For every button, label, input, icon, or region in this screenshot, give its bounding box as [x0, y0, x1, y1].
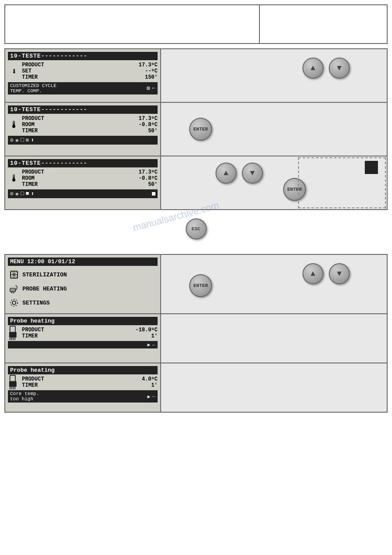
section1-data: ⬇ PRODUCT 17.3ºC SET --ºC TIMER 150' — [8, 62, 158, 80]
svg-point-10 — [12, 301, 16, 305]
menu-header: MENU 12:00 01/01/12 — [8, 258, 158, 266]
section2-timer-row: TIMER 50' — [22, 128, 158, 134]
probe1-play-icon: ▶ — [147, 342, 151, 348]
svg-rect-5 — [10, 288, 15, 292]
section2-controls: ENTER — [161, 103, 387, 156]
menu-item-sterilization: STERILIZATION — [8, 268, 158, 281]
section1-product-row: PRODUCT 17.3ºC — [22, 62, 158, 68]
probe-heating-icon — [8, 283, 20, 295]
section2-footer-icons: ⊙ ❋ □ ≋ ⬆ — [10, 137, 34, 144]
probe2-lcd: Probe heating PRO — [5, 363, 161, 412]
probe1-product-row: PRODUCT -18.0ºC — [22, 327, 158, 333]
section2-footer: ⊙ ❋ □ ≋ ⬆ — [8, 136, 158, 145]
section2-text-block: PRODUCT 17.3ºC ROOM -0.8ºC TIMER 50' — [22, 116, 158, 134]
probe2-product-value: 4.0ºC — [142, 376, 158, 382]
menu-up-button[interactable]: ▲ — [302, 263, 324, 284]
probe1-back-icon: ← — [152, 342, 155, 348]
probe2-timer-value: 1' — [151, 382, 158, 388]
section3-timer-label: TIMER — [22, 181, 38, 188]
cursor-indicator — [152, 192, 155, 196]
section1-footer-icons: ⊞ ← — [147, 85, 155, 92]
circle2-icon: ⊙ — [10, 190, 14, 197]
section1-set-value: --ºC — [145, 68, 158, 74]
probe2-back-icon: ← — [152, 394, 155, 399]
menu-controls: ▲ ▼ ENTER — [161, 255, 387, 313]
section1-btn-group: ▲ ▼ — [301, 56, 352, 80]
section2-product-row: PRODUCT 17.3ºC — [22, 116, 158, 122]
menu-sterilization-label: STERILIZATION — [22, 272, 67, 278]
probe1-controls — [161, 314, 387, 363]
section1-text-block: PRODUCT 17.3ºC SET --ºC TIMER 150' — [22, 62, 158, 80]
wave2-icon: ≋ — [25, 137, 29, 144]
svg-rect-23 — [9, 381, 17, 387]
section2-product-label: PRODUCT — [22, 116, 44, 122]
probe2-product-label: PRODUCT — [22, 376, 44, 382]
probe1-lcd: Probe heating PRO — [5, 314, 161, 363]
section2-header: 10-TESTE------------ — [8, 105, 158, 114]
svg-point-11 — [11, 299, 18, 306]
section1-up-button[interactable]: ▲ — [302, 58, 324, 79]
section3-product-label: PRODUCT — [22, 169, 44, 175]
probe2-text-block: PRODUCT 4.0ºC TIMER 1' — [22, 376, 158, 388]
section1-header: 10-TESTE------------ — [8, 52, 158, 60]
section2-product-value: 17.3ºC — [139, 116, 158, 122]
filled-square-icon: ■ — [25, 190, 29, 197]
probe2-play-icon: ▶ — [147, 394, 151, 399]
esc-section: ESC — [4, 210, 388, 248]
top-panel — [4, 4, 388, 44]
menu-down-button[interactable]: ▼ — [329, 263, 350, 284]
section3-footer: ⊙ ❋ □ ■ ⬆ — [8, 189, 158, 198]
black-square — [365, 161, 378, 174]
esc-button[interactable]: ESC — [186, 218, 207, 239]
section2-timer-value: 50' — [148, 128, 158, 134]
section3-data: 🌡 PRODUCT 17.3ºC ROOM -0.8ºC TIMER 50' — [8, 169, 158, 188]
sterilization-icon — [8, 268, 20, 281]
section3-enter-button[interactable]: ENTER — [283, 178, 306, 201]
up2-icon: ⬆ — [31, 190, 34, 197]
section3-up-button[interactable]: ▲ — [216, 163, 237, 184]
section3-room-row: ROOM -0.8ºC — [22, 175, 158, 181]
section2-room-value: -0.8ºC — [139, 122, 158, 128]
back-icon: ← — [152, 85, 155, 92]
menu-nav-btns: ▲ ▼ — [301, 261, 352, 286]
section2-room-row: ROOM -0.8ºC — [22, 122, 158, 128]
probe2-product-row: PRODUCT 4.0ºC — [22, 376, 158, 382]
probe1-text-block: PRODUCT -18.0ºC TIMER 1' — [22, 327, 158, 339]
menu-settings-label: SETTINGS — [22, 300, 50, 306]
square-icon: □ — [21, 137, 24, 144]
thermometer-icon-3: 🌡 — [8, 172, 20, 185]
probe2-timer-label: TIMER — [22, 382, 38, 388]
section1-down-button[interactable]: ▼ — [329, 58, 350, 79]
section1-footer-label: CUSTOMIZED CYCLE TEMP. COMP. — [10, 83, 57, 94]
section3-timer-row: TIMER 50' — [22, 181, 158, 188]
probe1-product-label: PRODUCT — [22, 327, 44, 333]
section3-room-label: ROOM — [22, 175, 35, 181]
wave-icon: ⊞ — [147, 85, 150, 92]
section3-down-button[interactable]: ▼ — [242, 163, 263, 184]
probe2-controls — [161, 363, 387, 412]
probe1-timer-value: 1' — [151, 333, 158, 339]
section2-data: 🌡 PRODUCT 17.3ºC ROOM -0.8ºC TIMER 50' — [8, 116, 158, 134]
section2-lcd: 10-TESTE------------ 🌡 PRODUCT 17.3ºC RO… — [5, 103, 161, 156]
menu-section: MENU 12:00 01/01/12 STERILIZATION — [4, 254, 388, 314]
section1-set-label: SET — [22, 68, 32, 74]
probe1-footer: ▶ ← — [8, 341, 158, 348]
probe1-section: Probe heating PRO — [4, 314, 388, 363]
section2-row: 10-TESTE------------ 🌡 PRODUCT 17.3ºC RO… — [4, 103, 388, 156]
section3-nav-btns: ▲ ▼ — [214, 161, 265, 185]
probe2-icon — [8, 376, 20, 388]
probe2-footer-text: Core temp. too high — [10, 391, 39, 402]
section2-room-label: ROOM — [22, 122, 35, 128]
menu-enter-button[interactable]: ENTER — [189, 274, 212, 297]
section3-footer-icons: ⊙ ❋ □ ■ ⬆ — [10, 190, 34, 197]
section3-controls: ▲ ▼ ENTER — [161, 156, 387, 209]
section2-enter-button[interactable]: ENTER — [189, 118, 212, 141]
top-panel-right — [260, 5, 387, 43]
probe2-data: PRODUCT 4.0ºC TIMER 1' — [8, 376, 158, 388]
group-separator — [4, 248, 388, 254]
asterisk2-icon: ❋ — [15, 190, 19, 197]
down-arrow-icon: ⬇ — [8, 65, 20, 77]
section1-product-value: 17.3ºC — [139, 62, 158, 68]
probe2-footer: Core temp. too high ▶ ← — [8, 390, 158, 403]
section1-timer-row: TIMER 150' — [22, 74, 158, 80]
